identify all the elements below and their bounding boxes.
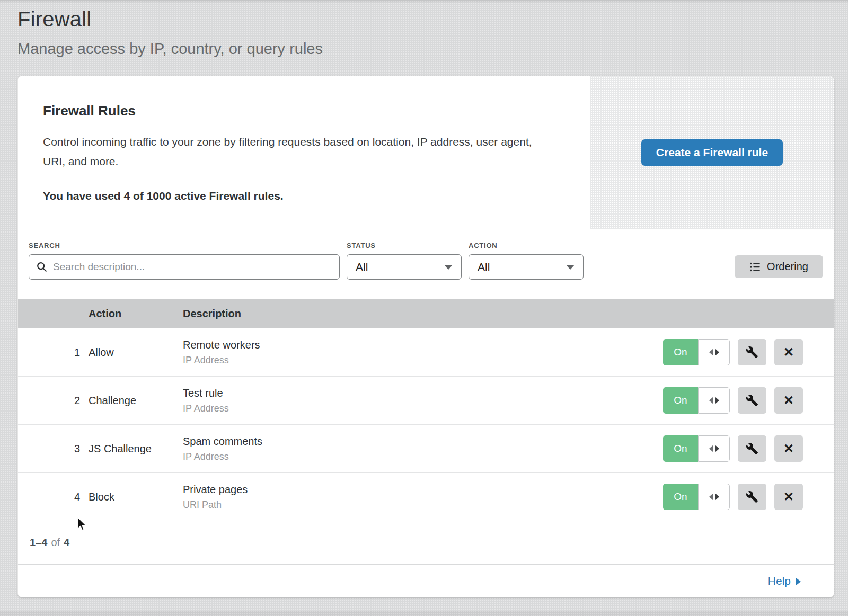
rule-description: Remote workers (183, 339, 663, 351)
rule-enabled-toggle[interactable]: On (663, 387, 730, 414)
arrow-right-icon (796, 578, 801, 585)
rule-match-type: URI Path (183, 499, 663, 511)
rule-controls: On ✕ (663, 484, 834, 510)
create-rule-panel: Create a Firewall rule (590, 76, 834, 229)
ordering-label: Ordering (767, 261, 808, 273)
action-label: ACTION (469, 242, 584, 249)
table-row: 2 Challenge Test rule IP Address On (18, 377, 834, 425)
search-label: SEARCH (29, 242, 340, 249)
rule-action: JS Challenge (89, 443, 183, 455)
toggle-on-state[interactable]: On (663, 387, 698, 414)
rule-controls: On ✕ (663, 339, 834, 365)
arrow-left-icon (709, 493, 713, 501)
toggle-handle[interactable] (698, 435, 730, 462)
delete-rule-button[interactable]: ✕ (774, 339, 803, 365)
description-column-header: Description (183, 308, 834, 320)
toggle-handle[interactable] (698, 339, 730, 365)
rule-priority: 2 (18, 395, 89, 407)
rule-action: Allow (89, 346, 183, 359)
pagination: 1–4 of 4 (18, 521, 834, 565)
pagination-range: 1–4 (30, 537, 47, 549)
action-select[interactable]: All (469, 254, 584, 280)
page-header: Firewall Manage access by IP, country, o… (0, 0, 848, 76)
rule-description-cell: Private pages URI Path (183, 484, 663, 511)
panel-footer: Help (18, 565, 834, 597)
rule-description-cell: Spam comments IP Address (183, 435, 663, 462)
rule-match-type: IP Address (183, 451, 663, 462)
toggle-handle[interactable] (698, 484, 730, 510)
rule-enabled-toggle[interactable]: On (663, 339, 730, 365)
toggle-on-state[interactable]: On (663, 339, 698, 365)
rules-table-body: 1 Allow Remote workers IP Address On (18, 328, 834, 521)
status-select[interactable]: All (347, 254, 462, 280)
close-icon: ✕ (783, 489, 794, 504)
ordering-button[interactable]: Ordering (735, 255, 823, 278)
status-group: STATUS All (347, 242, 462, 280)
rule-enabled-toggle[interactable]: On (663, 435, 730, 462)
status-selected-value: All (356, 261, 368, 273)
table-header: Action Description (18, 299, 834, 328)
chevron-down-icon (566, 265, 575, 270)
edit-rule-button[interactable] (738, 387, 766, 414)
arrow-right-icon (715, 349, 719, 356)
pagination-of: of (51, 537, 60, 549)
rule-priority: 4 (18, 491, 89, 503)
list-ordering-icon (749, 261, 761, 273)
edit-rule-button[interactable] (738, 339, 766, 365)
wrench-icon (746, 394, 758, 407)
close-icon: ✕ (783, 441, 794, 456)
toggle-handle[interactable] (698, 387, 730, 414)
rule-description-cell: Remote workers IP Address (183, 339, 663, 366)
pagination-total: 4 (64, 537, 69, 549)
action-group: ACTION All (469, 242, 584, 280)
rule-description-cell: Test rule IP Address (183, 387, 663, 414)
arrow-left-icon (709, 349, 713, 356)
rule-match-type: IP Address (183, 355, 663, 366)
action-column-header: Action (89, 308, 183, 320)
action-selected-value: All (478, 261, 490, 273)
help-label: Help (768, 575, 791, 587)
firewall-panel: Firewall Rules Control incoming traffic … (17, 76, 834, 597)
rule-description: Private pages (183, 484, 663, 496)
arrow-right-icon (715, 445, 719, 452)
arrow-left-icon (709, 397, 713, 404)
filter-bar: SEARCH STATUS All ACTION All (18, 229, 834, 299)
rule-description: Spam comments (183, 435, 663, 448)
arrow-left-icon (709, 445, 713, 452)
help-link[interactable]: Help (768, 575, 801, 587)
close-icon: ✕ (783, 345, 794, 360)
search-group: SEARCH (29, 242, 340, 280)
rules-usage-text: You have used 4 of 1000 active Firewall … (43, 190, 558, 202)
search-input[interactable] (29, 254, 340, 280)
rule-controls: On ✕ (663, 387, 834, 414)
intro-description: Control incoming traffic to your zone by… (43, 132, 544, 171)
status-label: STATUS (347, 242, 462, 249)
delete-rule-button[interactable]: ✕ (774, 387, 803, 414)
toggle-on-state[interactable]: On (663, 484, 698, 510)
search-icon (36, 261, 48, 273)
table-row: 3 JS Challenge Spam comments IP Address … (18, 425, 834, 473)
edit-rule-button[interactable] (738, 435, 766, 462)
rule-priority: 3 (18, 443, 89, 455)
create-firewall-rule-button[interactable]: Create a Firewall rule (641, 139, 783, 166)
intro-text: Firewall Rules Control incoming traffic … (18, 76, 590, 229)
delete-rule-button[interactable]: ✕ (774, 435, 803, 462)
toggle-on-state[interactable]: On (663, 435, 698, 462)
rule-enabled-toggle[interactable]: On (663, 484, 730, 510)
intro-section: Firewall Rules Control incoming traffic … (18, 76, 834, 229)
rule-controls: On ✕ (663, 435, 834, 462)
delete-rule-button[interactable]: ✕ (774, 484, 803, 510)
chevron-down-icon (444, 265, 453, 270)
edit-rule-button[interactable] (738, 484, 766, 510)
rule-match-type: IP Address (183, 403, 663, 414)
wrench-icon (746, 490, 758, 503)
wrench-icon (746, 346, 758, 359)
arrow-right-icon (715, 397, 719, 404)
rule-action: Block (89, 491, 183, 503)
table-row: 1 Allow Remote workers IP Address On (18, 328, 834, 377)
close-icon: ✕ (783, 393, 794, 408)
table-row: 4 Block Private pages URI Path On (18, 473, 834, 521)
wrench-icon (746, 442, 758, 455)
rule-action: Challenge (89, 395, 183, 407)
page-subtitle: Manage access by IP, country, or query r… (17, 40, 848, 58)
